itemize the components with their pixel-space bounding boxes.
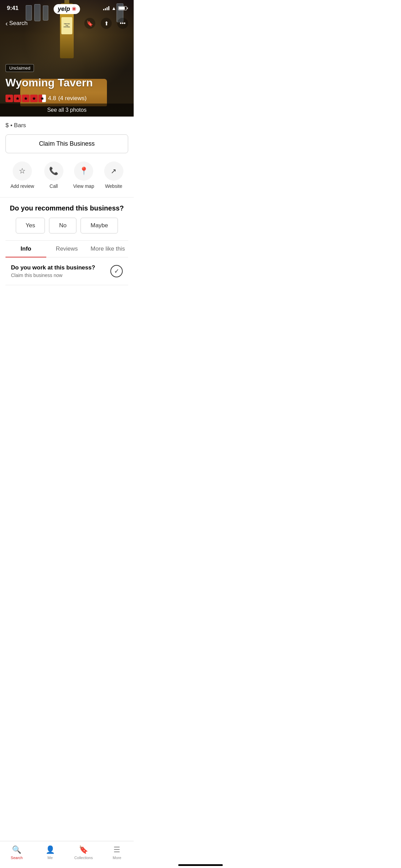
- view-map-label: View map: [73, 183, 94, 189]
- claim-work-subtitle: Claim this business now: [11, 273, 95, 278]
- claim-work-text: Do you work at this business? Claim this…: [11, 264, 95, 278]
- divider-1: [0, 197, 134, 197]
- claim-work-section: Do you work at this business? Claim this…: [5, 257, 128, 285]
- add-review-circle: ☆: [13, 161, 32, 181]
- tab-reviews[interactable]: Reviews: [46, 241, 87, 257]
- category-label: $ • Bars: [5, 122, 128, 129]
- website-label: Website: [105, 183, 122, 189]
- wifi-icon: ▲: [111, 5, 116, 11]
- recommend-buttons: Yes No Maybe: [5, 218, 128, 233]
- star-1: ★: [5, 95, 13, 102]
- business-name: Wyoming Tavern: [5, 76, 128, 89]
- unclaimed-badge: Unclaimed: [5, 64, 34, 72]
- yelp-burst-icon: ✳: [72, 6, 76, 12]
- tab-more-like-this[interactable]: More like this: [87, 241, 128, 257]
- hero-image: TWISTEDTEAORIGINAL yelp ✳ 9:41 ▲ ‹ Searc…: [0, 0, 134, 117]
- review-count: (4 reviews): [58, 95, 87, 102]
- status-icons: ▲: [103, 5, 127, 11]
- recommend-section: Do you recommend this business? Yes No M…: [5, 204, 128, 233]
- yes-button[interactable]: Yes: [16, 218, 45, 233]
- tab-info[interactable]: Info: [5, 241, 46, 257]
- external-link-icon: ↗: [111, 167, 117, 175]
- star-5-half: ★: [38, 95, 46, 102]
- star-rating: ★ ★ ★ ★ ★: [5, 95, 46, 102]
- claim-check-icon[interactable]: ✓: [110, 265, 123, 277]
- signal-icon: [103, 6, 109, 10]
- claim-business-button[interactable]: Claim This Business: [5, 134, 128, 153]
- star-4: ★: [30, 95, 38, 102]
- claim-work-title: Do you work at this business?: [11, 264, 95, 271]
- main-content: $ • Bars Claim This Business ☆ Add revie…: [0, 117, 134, 325]
- more-button[interactable]: •••: [117, 18, 128, 29]
- back-label: Search: [9, 20, 28, 27]
- view-map-circle: 📍: [74, 161, 93, 181]
- bookmark-button[interactable]: 🔖: [84, 18, 95, 29]
- view-map-action[interactable]: 📍 View map: [73, 161, 94, 189]
- battery-icon: [118, 6, 127, 10]
- website-action[interactable]: ↗ Website: [104, 161, 123, 189]
- share-button[interactable]: ⬆: [101, 18, 112, 29]
- call-action[interactable]: 📞 Call: [44, 161, 63, 189]
- yelp-logo: yelp ✳: [53, 4, 80, 14]
- maybe-button[interactable]: Maybe: [81, 218, 118, 233]
- add-review-action[interactable]: ☆ Add review: [10, 161, 34, 189]
- recommend-title: Do you recommend this business?: [5, 204, 128, 212]
- see-photos-button[interactable]: See all 3 photos: [0, 104, 134, 117]
- website-circle: ↗: [104, 161, 123, 181]
- add-review-label: Add review: [10, 183, 34, 189]
- star-3: ★: [22, 95, 29, 102]
- nav-bar: ‹ Search 🔖 ⬆ •••: [0, 15, 134, 32]
- back-button[interactable]: ‹ Search: [5, 20, 28, 27]
- yelp-text: yelp: [58, 5, 70, 13]
- action-buttons-row: ☆ Add review 📞 Call 📍 View map ↗ Website: [5, 161, 128, 189]
- call-label: Call: [50, 183, 58, 189]
- add-review-icon: ☆: [19, 167, 26, 176]
- nav-actions: 🔖 ⬆ •••: [84, 18, 128, 29]
- content-tab-section: Info Reviews More like this Do you work …: [5, 240, 128, 285]
- call-icon: 📞: [49, 167, 58, 176]
- map-pin-icon: 📍: [79, 167, 88, 176]
- status-time: 9:41: [7, 5, 19, 12]
- star-2: ★: [14, 95, 21, 102]
- content-tabs: Info Reviews More like this: [5, 241, 128, 257]
- call-circle: 📞: [44, 161, 63, 181]
- no-button[interactable]: No: [49, 218, 76, 233]
- chevron-left-icon: ‹: [5, 20, 8, 27]
- rating-row: ★ ★ ★ ★ ★ 4.8 (4 reviews): [5, 95, 87, 102]
- rating-value: 4.8: [48, 95, 56, 102]
